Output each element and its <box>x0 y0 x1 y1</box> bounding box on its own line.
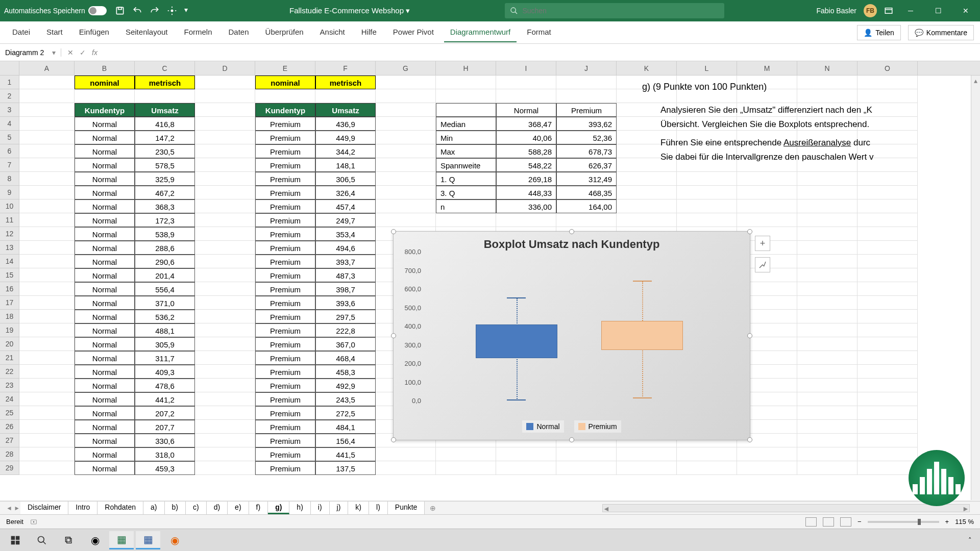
cell-L9[interactable] <box>677 186 737 199</box>
cell-I1[interactable] <box>496 76 556 89</box>
row-header-8[interactable]: 8 <box>0 172 19 186</box>
fx-icon[interactable]: fx <box>92 48 97 57</box>
cell-I6[interactable]: 588,28 <box>496 144 556 158</box>
sheet-tab-Intro[interactable]: Intro <box>68 502 97 514</box>
cell-F3[interactable]: Umsatz <box>315 103 376 117</box>
cell-C22[interactable]: 409,3 <box>135 365 195 379</box>
sheet-tab-Punkte[interactable]: Punkte <box>388 502 425 514</box>
cell-L8[interactable] <box>677 172 737 186</box>
close-button[interactable]: ✕ <box>955 3 976 18</box>
cell-D28[interactable] <box>195 447 255 461</box>
cell-D3[interactable] <box>195 103 255 117</box>
boxplot-chart[interactable]: Boxplot Umsatz nach Kundentyp 0,0100,020… <box>393 231 750 440</box>
cell-J28[interactable] <box>556 447 617 461</box>
cell-N13[interactable] <box>797 241 857 255</box>
chevron-up-icon[interactable]: ˄ <box>968 536 972 544</box>
cell-G3[interactable] <box>376 103 436 117</box>
minimize-button[interactable]: ─ <box>900 3 921 18</box>
cell-F15[interactable]: 487,3 <box>315 268 376 282</box>
cell-A24[interactable] <box>19 392 75 406</box>
sheet-tab-i[interactable]: i) <box>311 502 330 514</box>
cell-D10[interactable] <box>195 199 255 213</box>
row-header-27[interactable]: 27 <box>0 434 19 447</box>
cell-D8[interactable] <box>195 172 255 186</box>
cell-F19[interactable]: 222,8 <box>315 323 376 337</box>
cell-M8[interactable] <box>737 172 797 186</box>
cell-K28[interactable] <box>617 447 677 461</box>
cell-D14[interactable] <box>195 255 255 268</box>
cell-L10[interactable] <box>677 199 737 213</box>
task-view-icon[interactable]: ⧉ <box>56 531 81 549</box>
cell-E15[interactable]: Premium <box>255 268 315 282</box>
cell-G1[interactable] <box>376 76 436 89</box>
sheet-tab-h[interactable]: h) <box>289 502 310 514</box>
row-header-9[interactable]: 9 <box>0 186 19 199</box>
row-header-16[interactable]: 16 <box>0 282 19 296</box>
cell-O26[interactable] <box>857 420 918 434</box>
cell-A12[interactable] <box>19 227 75 241</box>
cell-A13[interactable] <box>19 241 75 255</box>
cell-C23[interactable]: 478,6 <box>135 379 195 392</box>
cell-A22[interactable] <box>19 365 75 379</box>
cell-E25[interactable]: Premium <box>255 406 315 420</box>
cell-E26[interactable]: Premium <box>255 420 315 434</box>
cell-F13[interactable]: 494,6 <box>315 241 376 255</box>
cell-E2[interactable] <box>255 89 315 103</box>
sheet-tab-c[interactable]: c) <box>186 502 207 514</box>
cell-K11[interactable] <box>617 213 677 227</box>
zoom-in-icon[interactable]: + <box>945 518 949 525</box>
cell-N29[interactable] <box>797 461 857 475</box>
col-header-G[interactable]: G <box>376 61 436 75</box>
cell-F16[interactable]: 398,7 <box>315 282 376 296</box>
cell-N10[interactable] <box>797 199 857 213</box>
cell-E8[interactable]: Premium <box>255 172 315 186</box>
cell-A6[interactable] <box>19 144 75 158</box>
cell-E12[interactable]: Premium <box>255 227 315 241</box>
cell-G9[interactable] <box>376 186 436 199</box>
cell-G11[interactable] <box>376 213 436 227</box>
word-taskbar-icon[interactable]: ▦ <box>136 531 160 549</box>
col-header-I[interactable]: I <box>496 61 556 75</box>
cell-D24[interactable] <box>195 392 255 406</box>
tab-start[interactable]: Start <box>40 22 69 42</box>
cell-E17[interactable]: Premium <box>255 296 315 310</box>
cell-D18[interactable] <box>195 310 255 323</box>
cell-B4[interactable]: Normal <box>75 117 135 131</box>
col-header-B[interactable]: B <box>75 61 135 75</box>
confirm-fx-icon[interactable]: ✓ <box>80 48 86 57</box>
cell-C6[interactable]: 230,5 <box>135 144 195 158</box>
col-header-N[interactable]: N <box>797 61 857 75</box>
col-header-L[interactable]: L <box>677 61 737 75</box>
cell-B3[interactable]: Kundentyp <box>75 103 135 117</box>
cell-F11[interactable]: 249,7 <box>315 213 376 227</box>
chart-legend[interactable]: Normal Premium <box>394 420 750 433</box>
cell-N11[interactable] <box>797 213 857 227</box>
cell-J4[interactable]: 393,62 <box>556 117 617 131</box>
cell-B1[interactable]: nominal <box>75 76 135 89</box>
cell-B23[interactable]: Normal <box>75 379 135 392</box>
row-header-11[interactable]: 11 <box>0 213 19 227</box>
cell-F5[interactable]: 449,9 <box>315 131 376 144</box>
tab-formeln[interactable]: Formeln <box>178 22 218 42</box>
cell-O12[interactable] <box>857 227 918 241</box>
tab-datei[interactable]: Datei <box>6 22 36 42</box>
cell-B27[interactable]: Normal <box>75 434 135 447</box>
cell-E16[interactable]: Premium <box>255 282 315 296</box>
cell-A10[interactable] <box>19 199 75 213</box>
cell-D25[interactable] <box>195 406 255 420</box>
cell-L28[interactable] <box>677 447 737 461</box>
cell-C2[interactable] <box>135 89 195 103</box>
cell-B26[interactable]: Normal <box>75 420 135 434</box>
cell-C7[interactable]: 578,5 <box>135 158 195 172</box>
cell-H3[interactable] <box>436 103 496 117</box>
cell-B19[interactable]: Normal <box>75 323 135 337</box>
cell-M29[interactable] <box>737 461 797 475</box>
cell-D22[interactable] <box>195 365 255 379</box>
row-header-21[interactable]: 21 <box>0 351 19 365</box>
dropdown-icon[interactable]: ▾ <box>184 6 194 16</box>
col-header-E[interactable]: E <box>255 61 315 75</box>
legend-normal[interactable]: Normal <box>522 420 564 433</box>
cell-H8[interactable]: 1. Q <box>436 172 496 186</box>
cell-C12[interactable]: 538,9 <box>135 227 195 241</box>
cell-D15[interactable] <box>195 268 255 282</box>
